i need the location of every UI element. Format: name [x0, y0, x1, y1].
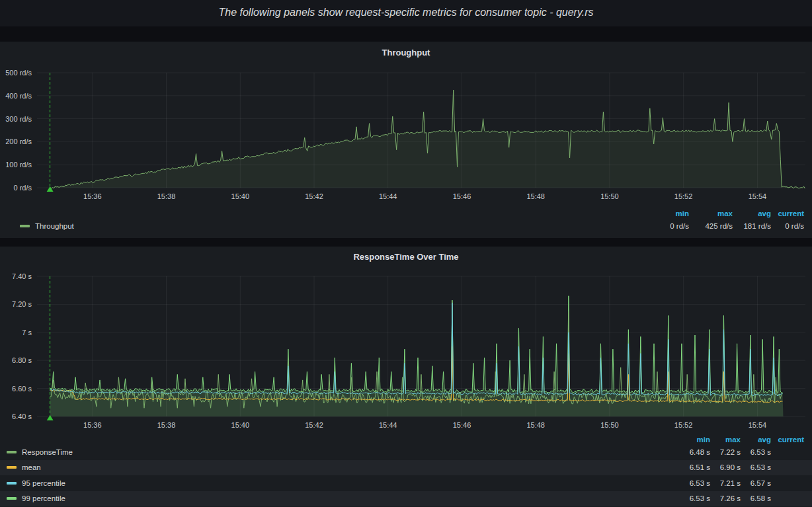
throughput-min-value: 0 rd/s [647, 222, 689, 230]
x-tick-label: 15:36 [83, 192, 102, 200]
series-color-dash-icon [7, 482, 17, 485]
throughput-chart[interactable]: 0 rd/s100 rd/s200 rd/s300 rd/s400 rd/s50… [0, 42, 812, 238]
y-tick-label: 500 rd/s [5, 69, 32, 77]
panel-responsetime: ResponseTime Over Time 6.40 s6.60 s6.80 … [0, 247, 812, 507]
p99-max-value: 7.26 s [710, 494, 741, 502]
x-tick-label: 15:52 [674, 421, 693, 429]
x-tick-label: 15:46 [453, 192, 471, 200]
throughput-current-value: 0 rd/s [771, 222, 804, 230]
x-tick-label: 15:42 [305, 421, 323, 429]
legend-item-throughput[interactable]: Throughput [20, 222, 74, 230]
x-tick-label: 15:44 [379, 421, 397, 429]
legend-header-avg[interactable]: avg [741, 436, 771, 444]
99 percentile-line [50, 296, 783, 393]
y-tick-label: 400 rd/s [5, 92, 32, 100]
x-tick-label: 15:46 [453, 421, 471, 429]
legend-row-stats: 6.51 s 6.90 s 6.53 s [677, 463, 804, 471]
legend-stat-values: 0 rd/s 425 rd/s 181 rd/s 0 rd/s [647, 222, 804, 230]
x-tick-label: 15:38 [157, 192, 176, 200]
legend-series-name[interactable]: mean [22, 463, 41, 471]
p95-max-value: 7.21 s [710, 479, 741, 487]
legend-stat-headers: min max avg current [647, 210, 804, 217]
x-tick-label: 15:50 [600, 192, 619, 200]
legend-row-mean[interactable]: mean 6.51 s 6.90 s 6.53 s [0, 460, 812, 476]
series-color-dash-icon [20, 225, 30, 227]
x-tick-label: 15:48 [526, 192, 545, 200]
y-tick-label: 6.80 s [12, 356, 32, 364]
y-tick-label: 7.20 s [12, 300, 32, 308]
p99-min-value: 6.53 s [677, 494, 710, 502]
p95-current-value [771, 479, 804, 487]
p99-current-value [771, 494, 804, 502]
legend-row-99-percentile[interactable]: 99 percentile 6.53 s 7.26 s 6.58 s [0, 491, 812, 507]
y-tick-label: 200 rd/s [5, 137, 32, 145]
legend-stat-headers: min max avg current [677, 436, 804, 444]
legend-series-name[interactable]: ResponseTime [22, 448, 73, 456]
panel-throughput: Throughput 0 rd/s100 rd/s200 rd/s300 rd/… [0, 42, 812, 238]
legend-header-current[interactable]: current [771, 436, 804, 444]
p95-avg-value: 6.57 s [741, 479, 771, 487]
legend-header-current[interactable]: current [771, 210, 804, 217]
series-color-dash-icon [7, 451, 17, 453]
95 percentile-line [50, 303, 783, 395]
legend-header-min[interactable]: min [647, 210, 689, 217]
p95-min-value: 6.53 s [677, 479, 710, 487]
legend-row-responsetime[interactable]: ResponseTime 6.48 s 7.22 s 6.53 s [0, 444, 812, 460]
x-tick-label: 15:44 [379, 192, 397, 200]
throughput-max-value: 425 rd/s [689, 222, 733, 230]
y-tick-label: 7 s [22, 329, 32, 336]
y-tick-label: 7.40 s [12, 272, 32, 280]
Throughput-fill [50, 90, 805, 188]
annotation-marker [47, 186, 54, 192]
series-color-dash-icon [7, 466, 17, 469]
responsetime-max-value: 7.22 s [710, 448, 741, 456]
legend-header-avg[interactable]: avg [733, 210, 771, 217]
legend-row-stats: 6.53 s 7.26 s 6.58 s [677, 494, 804, 502]
y-tick-label: 6.40 s [12, 412, 32, 420]
legend-row-95-percentile[interactable]: 95 percentile 6.53 s 7.21 s 6.57 s [0, 475, 812, 491]
legend-header-min[interactable]: min [677, 436, 710, 444]
y-tick-label: 6.60 s [12, 385, 32, 393]
x-tick-label: 15:36 [83, 421, 102, 429]
responsetime-avg-value: 6.53 s [741, 448, 771, 456]
series-color-dash-icon [7, 497, 17, 500]
legend-header-max[interactable]: max [710, 436, 741, 444]
y-tick-label: 300 rd/s [5, 115, 32, 123]
x-tick-label: 15:38 [157, 421, 176, 429]
mean-min-value: 6.51 s [677, 463, 710, 471]
header-text-panel: The following panels show request-specif… [0, 0, 812, 26]
x-tick-label: 15:48 [526, 421, 545, 429]
x-tick-label: 15:54 [749, 421, 767, 429]
grafana-dashboard: { "page": { "title": "The following pane… [0, 0, 812, 507]
legend-row-stats: 6.53 s 7.21 s 6.57 s [677, 479, 804, 487]
throughput-avg-value: 181 rd/s [733, 222, 771, 230]
x-tick-label: 15:50 [600, 421, 619, 429]
legend-series-name[interactable]: Throughput [35, 222, 74, 230]
p99-avg-value: 6.58 s [741, 494, 771, 502]
responsetime-min-value: 6.48 s [677, 448, 710, 456]
mean-avg-value: 6.53 s [741, 463, 771, 471]
y-tick-label: 0 rd/s [13, 184, 32, 192]
mean-current-value [771, 463, 804, 471]
x-tick-label: 15:42 [305, 192, 323, 200]
legend-series-name[interactable]: 99 percentile [22, 494, 65, 502]
x-tick-label: 15:40 [231, 192, 250, 200]
legend-table: ResponseTime 6.48 s 7.22 s 6.53 s mean 6… [0, 444, 812, 506]
dashboard-note: The following panels show request-specif… [0, 0, 812, 25]
x-tick-label: 15:52 [674, 192, 693, 200]
legend-row-stats: 6.48 s 7.22 s 6.53 s [677, 448, 804, 456]
mean-max-value: 6.90 s [710, 463, 741, 471]
x-tick-label: 15:40 [231, 421, 250, 429]
responsetime-current-value [771, 448, 804, 456]
legend-header-max[interactable]: max [689, 210, 733, 217]
x-tick-label: 15:54 [749, 192, 767, 200]
legend-series-name[interactable]: 95 percentile [22, 479, 65, 487]
y-tick-label: 100 rd/s [5, 161, 32, 169]
